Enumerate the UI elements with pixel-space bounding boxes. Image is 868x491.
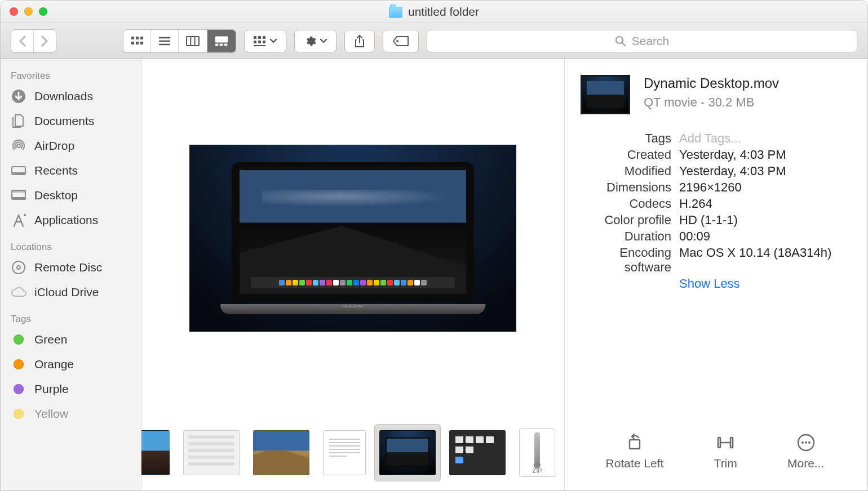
- thumbnail-item[interactable]: [323, 430, 366, 475]
- prop-value: HD (1-1-1): [679, 213, 849, 227]
- sidebar: Favorites Downloads Documents AirDrop Re…: [1, 59, 141, 490]
- gear-icon: [304, 35, 316, 47]
- desktop-icon: [11, 188, 26, 203]
- prop-value: Yesterday, 4:03 PM: [679, 148, 849, 162]
- svg-rect-9: [187, 37, 199, 46]
- airdrop-icon: [11, 138, 26, 154]
- svg-rect-39: [630, 440, 640, 449]
- svg-rect-14: [220, 44, 223, 46]
- svg-rect-12: [215, 37, 228, 42]
- search-field-wrapper: Search: [427, 30, 857, 52]
- svg-point-44: [801, 441, 804, 444]
- action-label: Trim: [714, 457, 737, 470]
- maximize-button[interactable]: [39, 7, 47, 16]
- search-field[interactable]: Search: [427, 30, 857, 52]
- sidebar-item-label: Green: [34, 333, 67, 346]
- svg-rect-21: [263, 41, 265, 43]
- svg-rect-18: [263, 36, 265, 39]
- forward-button[interactable]: [34, 30, 56, 52]
- sidebar-item-label: Purple: [34, 382, 69, 396]
- sidebar-item-applications[interactable]: Applications: [1, 208, 141, 233]
- tag-dot-icon: [11, 406, 26, 422]
- sidebar-tag-purple[interactable]: Purple: [1, 377, 141, 401]
- sidebar-item-airdrop[interactable]: AirDrop: [1, 133, 141, 158]
- sidebar-tag-yellow[interactable]: Yellow: [1, 401, 141, 426]
- add-tags-field[interactable]: Add Tags...: [679, 131, 849, 146]
- action-menu-button[interactable]: [294, 30, 336, 52]
- toolbar: Search: [1, 23, 867, 59]
- titlebar: untitled folder: [1, 1, 867, 23]
- minimize-button[interactable]: [24, 7, 33, 16]
- share-button[interactable]: [344, 30, 375, 52]
- svg-rect-40: [718, 438, 720, 448]
- sidebar-item-desktop[interactable]: Desktop: [1, 183, 141, 208]
- group-by-icon: [254, 36, 266, 46]
- svg-rect-4: [136, 42, 139, 44]
- svg-rect-2: [140, 37, 143, 39]
- prop-value: Mac OS X 10.14 (18A314h): [679, 246, 849, 260]
- nav-back-forward: [11, 29, 56, 53]
- more-action[interactable]: More...: [787, 433, 824, 470]
- sidebar-item-label: Documents: [34, 114, 94, 128]
- sidebar-item-label: Remote Disc: [34, 261, 102, 274]
- sidebar-group-favorites: Favorites: [1, 67, 141, 84]
- prop-label: Dimensions: [581, 180, 679, 195]
- sidebar-item-remote-disc[interactable]: Remote Disc: [1, 255, 141, 280]
- svg-rect-0: [131, 37, 134, 39]
- svg-point-36: [24, 214, 26, 216]
- svg-rect-16: [254, 36, 256, 39]
- search-placeholder: Search: [632, 34, 670, 48]
- download-circle-icon: [11, 88, 26, 104]
- thumbnail-item-selected[interactable]: [379, 430, 436, 475]
- thumbnail-item[interactable]: [183, 430, 240, 475]
- rotate-left-action[interactable]: Rotate Left: [606, 433, 664, 470]
- view-gallery-button[interactable]: [207, 30, 236, 52]
- sidebar-item-documents[interactable]: Documents: [1, 109, 141, 133]
- thumbnail-item[interactable]: [449, 430, 506, 475]
- svg-point-46: [808, 441, 811, 444]
- prop-label: Encoding software: [581, 246, 679, 275]
- sidebar-tag-orange[interactable]: Orange: [1, 352, 141, 377]
- svg-rect-41: [730, 438, 733, 448]
- action-label: More...: [787, 457, 824, 470]
- sidebar-item-label: Orange: [34, 358, 74, 371]
- tags-button[interactable]: [383, 30, 419, 52]
- traffic-lights: [1, 7, 47, 16]
- preview-area: [141, 59, 564, 417]
- sidebar-group-locations: Locations: [1, 238, 141, 255]
- tag-dot-icon: [11, 356, 26, 372]
- window-title: untitled folder: [408, 5, 479, 19]
- svg-rect-5: [140, 42, 143, 44]
- prop-label: Created: [581, 148, 679, 162]
- laptop-illustration: [232, 162, 474, 314]
- back-button[interactable]: [11, 30, 34, 52]
- view-icons-button[interactable]: [123, 30, 151, 52]
- group-by-button[interactable]: [244, 30, 286, 52]
- svg-point-24: [396, 40, 398, 42]
- svg-line-26: [622, 43, 625, 46]
- svg-point-29: [17, 144, 20, 148]
- disc-icon: [11, 260, 26, 275]
- thumbnail-item[interactable]: [253, 430, 309, 475]
- show-less-link[interactable]: Show Less: [679, 276, 740, 291]
- documents-icon: [11, 113, 26, 129]
- sidebar-item-recents[interactable]: Recents: [1, 158, 141, 183]
- view-list-button[interactable]: [151, 30, 179, 52]
- sidebar-item-downloads[interactable]: Downloads: [1, 84, 141, 109]
- prop-value: H.264: [679, 197, 849, 211]
- view-columns-button[interactable]: [179, 30, 207, 52]
- thumbnail-item[interactable]: [141, 430, 170, 475]
- file-name: Dynamic Desktop.mov: [644, 75, 849, 92]
- sidebar-item-icloud-drive[interactable]: iCloud Drive: [1, 280, 141, 305]
- chevron-down-icon: [320, 39, 327, 43]
- tag-dot-icon: [11, 332, 26, 347]
- thumbnail-strip[interactable]: ZIP: [141, 417, 564, 490]
- trim-icon: [716, 433, 735, 452]
- svg-rect-19: [254, 41, 256, 43]
- action-label: Rotate Left: [606, 457, 664, 470]
- close-button[interactable]: [10, 7, 18, 16]
- trim-action[interactable]: Trim: [714, 433, 737, 470]
- thumbnail-item[interactable]: ZIP: [519, 428, 555, 477]
- info-header: Dynamic Desktop.mov QT movie - 30.2 MB: [581, 75, 849, 114]
- sidebar-tag-green[interactable]: Green: [1, 327, 141, 352]
